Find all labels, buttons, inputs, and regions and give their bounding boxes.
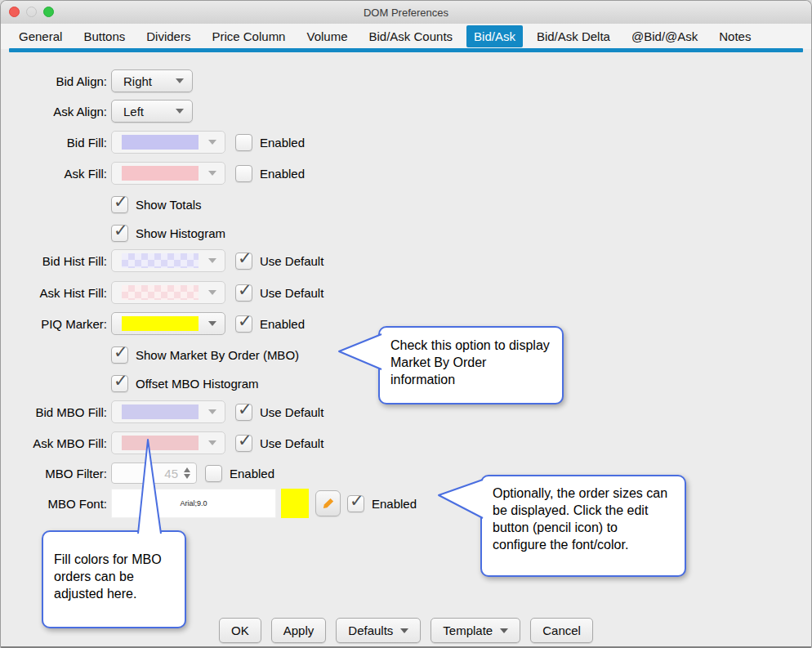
bid-align-label: Bid Align: <box>1 74 107 88</box>
show-mbo-row: Show Market By Order (MBO) <box>1 345 299 364</box>
callout-mbo-fill: Fill colors for MBO orders can be adjust… <box>42 530 186 628</box>
bid-hist-fill-swatch <box>122 253 199 268</box>
mbo-font-enabled-checkbox[interactable] <box>347 495 364 512</box>
template-menu-button[interactable]: Template <box>431 618 520 643</box>
bid-mbo-fill-swatch <box>122 404 199 419</box>
bid-align-select[interactable]: Right <box>111 69 193 92</box>
ask-hist-fill-default-label: Use Default <box>260 286 323 300</box>
pencil-icon <box>321 496 336 511</box>
ask-hist-fill-swatch <box>122 285 199 300</box>
tab-notes[interactable]: Notes <box>712 25 758 47</box>
tab-at-bid-at-ask[interactable]: @Bid/@Ask <box>624 25 705 47</box>
defaults-menu-button[interactable]: Defaults <box>336 618 421 643</box>
mbo-font-row: MBO Font: Arial;9.0 Enabled <box>1 489 417 518</box>
piq-marker-enabled-checkbox[interactable] <box>235 315 252 333</box>
mbo-filter-enabled-checkbox[interactable] <box>205 465 222 482</box>
offset-mbo-checkbox[interactable] <box>111 375 128 392</box>
offset-mbo-row: Offset MBO Histogram <box>1 373 259 393</box>
close-button[interactable] <box>9 7 20 17</box>
show-histogram-label: Show Histogram <box>136 226 225 240</box>
zoom-button[interactable] <box>43 7 54 17</box>
tab-bid-ask[interactable]: Bid/Ask <box>466 25 523 47</box>
bid-hist-fill-default-label: Use Default <box>260 254 323 268</box>
show-totals-checkbox[interactable] <box>111 196 128 213</box>
callout-show-mbo-tail <box>334 328 385 377</box>
chevron-down-icon <box>208 290 216 295</box>
ask-fill-label: Ask Fill: <box>1 167 107 181</box>
bid-fill-label: Bid Fill: <box>1 136 107 150</box>
bid-mbo-fill-row: Bid MBO Fill: Use Default <box>1 400 323 423</box>
apply-button[interactable]: Apply <box>271 618 327 643</box>
mbo-font-value: Arial;9.0 <box>180 499 207 507</box>
bid-hist-fill-label: Bid Hist Fill: <box>1 254 107 268</box>
traffic-lights <box>9 7 54 17</box>
minimize-button[interactable] <box>26 7 37 17</box>
ok-button[interactable]: OK <box>219 618 261 643</box>
bid-mbo-fill-color-select[interactable] <box>111 400 225 423</box>
stepper-arrows-icon[interactable] <box>184 467 190 479</box>
ask-fill-enabled-checkbox[interactable] <box>235 165 252 182</box>
chevron-down-icon <box>208 409 216 414</box>
piq-marker-label: PIQ Marker: <box>1 317 107 331</box>
ask-mbo-fill-default-checkbox[interactable] <box>235 435 252 452</box>
chevron-down-icon <box>208 140 216 145</box>
callout-mbo-font-tail <box>434 476 486 522</box>
show-mbo-label: Show Market By Order (MBO) <box>136 348 299 362</box>
tab-dividers[interactable]: Dividers <box>139 25 198 47</box>
callout-mbo-font: Optionally, the order sizes can be displ… <box>480 475 686 577</box>
bid-hist-fill-default-checkbox[interactable] <box>235 252 252 270</box>
mbo-filter-label: MBO Filter: <box>1 467 107 480</box>
tab-price-column[interactable]: Price Column <box>204 25 292 47</box>
ask-fill-color-select[interactable] <box>111 162 225 185</box>
bid-fill-enabled-label: Enabled <box>260 136 305 150</box>
tab-volume[interactable]: Volume <box>299 25 355 47</box>
ask-hist-fill-color-select[interactable] <box>111 281 225 304</box>
tab-bid-ask-delta[interactable]: Bid/Ask Delta <box>529 25 618 47</box>
callout-mbo-font-text: Optionally, the order sizes can be displ… <box>493 486 667 552</box>
chevron-down-icon <box>500 628 508 633</box>
ask-align-value: Left <box>123 105 144 118</box>
piq-marker-enabled-label: Enabled <box>260 317 305 331</box>
bid-mbo-fill-label: Bid MBO Fill: <box>1 405 107 419</box>
callout-mbo-fill-text: Fill colors for MBO orders can be adjust… <box>54 552 162 601</box>
piq-marker-color-select[interactable] <box>111 312 225 335</box>
bid-mbo-fill-default-checkbox[interactable] <box>235 404 252 421</box>
bid-hist-fill-color-select[interactable] <box>111 249 225 272</box>
ask-mbo-fill-default-label: Use Default <box>260 436 323 450</box>
show-histogram-row: Show Histogram <box>1 223 225 243</box>
tab-general[interactable]: General <box>11 25 69 47</box>
show-mbo-checkbox[interactable] <box>111 346 128 364</box>
bid-hist-fill-row: Bid Hist Fill: Use Default <box>1 249 323 272</box>
chevron-down-icon <box>208 321 216 326</box>
ask-align-select[interactable]: Left <box>111 100 193 123</box>
callout-show-mbo: Check this option to display Market By O… <box>378 326 564 404</box>
chevron-down-icon <box>176 78 184 83</box>
titlebar: DOM Preferences <box>1 1 811 25</box>
bid-mbo-fill-default-label: Use Default <box>260 405 323 419</box>
mbo-font-enabled-label: Enabled <box>372 497 417 511</box>
bid-fill-color-select[interactable] <box>111 131 225 154</box>
bid-fill-row: Bid Fill: Enabled <box>1 131 305 154</box>
chevron-down-icon <box>176 109 184 114</box>
show-histogram-checkbox[interactable] <box>111 225 128 242</box>
ask-hist-fill-default-checkbox[interactable] <box>235 284 252 302</box>
mbo-filter-enabled-label: Enabled <box>230 467 274 480</box>
dom-preferences-dialog: DOM Preferences General Buttons Dividers… <box>0 0 812 648</box>
piq-marker-swatch <box>122 316 199 331</box>
mbo-font-color-swatch <box>281 489 309 518</box>
cancel-button[interactable]: Cancel <box>530 618 593 643</box>
ask-mbo-fill-label: Ask MBO Fill: <box>1 436 107 450</box>
show-totals-label: Show Totals <box>136 198 202 212</box>
tab-buttons[interactable]: Buttons <box>76 25 132 47</box>
ask-fill-swatch <box>122 166 199 181</box>
tab-bid-ask-counts[interactable]: Bid/Ask Counts <box>362 25 461 47</box>
chevron-down-icon <box>208 440 216 445</box>
edit-font-button[interactable] <box>315 490 341 516</box>
bid-fill-swatch <box>122 135 199 150</box>
tab-bar: General Buttons Dividers Price Column Vo… <box>1 24 811 49</box>
ask-hist-fill-label: Ask Hist Fill: <box>1 286 107 300</box>
callout-show-mbo-text: Check this option to display Market By O… <box>390 338 550 387</box>
piq-marker-row: PIQ Marker: Enabled <box>1 312 305 335</box>
ask-hist-fill-row: Ask Hist Fill: Use Default <box>1 281 323 304</box>
bid-fill-enabled-checkbox[interactable] <box>235 134 252 151</box>
